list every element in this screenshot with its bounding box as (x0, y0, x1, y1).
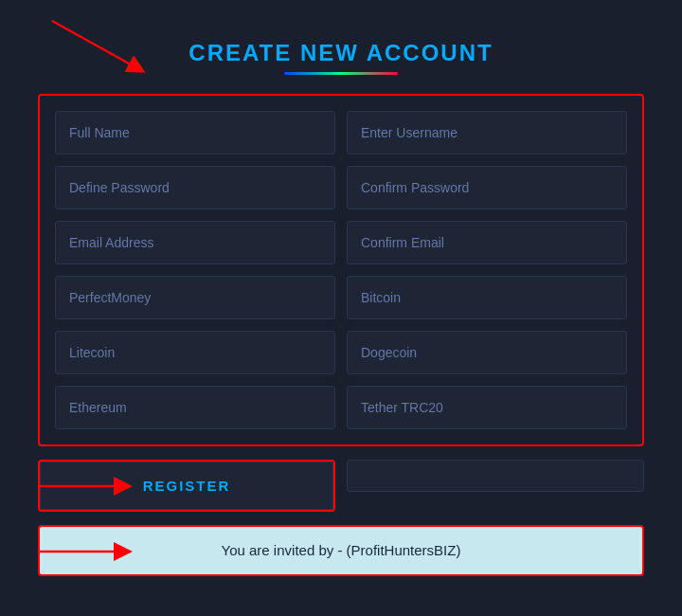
dogecoin-input[interactable] (347, 331, 627, 374)
blank-button-area (347, 460, 644, 512)
buttons-area: REGISTER (38, 460, 644, 512)
svg-line-0 (52, 21, 137, 68)
arrow-annotation-invite (28, 533, 142, 571)
perfectmoney-input[interactable] (55, 276, 335, 319)
define-password-input[interactable] (55, 166, 335, 209)
arrow-annotation-top (24, 11, 175, 87)
full-name-input[interactable] (55, 111, 335, 154)
page-container: CREATE NEW ACCOUNT (19, 21, 663, 595)
invite-area: You are invited by - (ProfitHuntersBIZ) (38, 525, 644, 576)
litecoin-input[interactable] (55, 331, 335, 374)
bitcoin-input[interactable] (347, 276, 627, 319)
invite-text: You are invited by - (ProfitHuntersBIZ) (222, 542, 461, 558)
email-address-input[interactable] (55, 221, 335, 264)
tether-trc20-input[interactable] (347, 386, 627, 429)
confirm-email-input[interactable] (347, 221, 627, 264)
form-outer-border (38, 94, 644, 446)
title-underline (284, 72, 398, 75)
confirm-password-input[interactable] (347, 166, 627, 209)
arrow-annotation-register (28, 467, 142, 505)
ethereum-input[interactable] (55, 386, 335, 429)
blank-right-button (347, 460, 644, 492)
form-grid (55, 111, 627, 429)
username-input[interactable] (347, 111, 627, 154)
